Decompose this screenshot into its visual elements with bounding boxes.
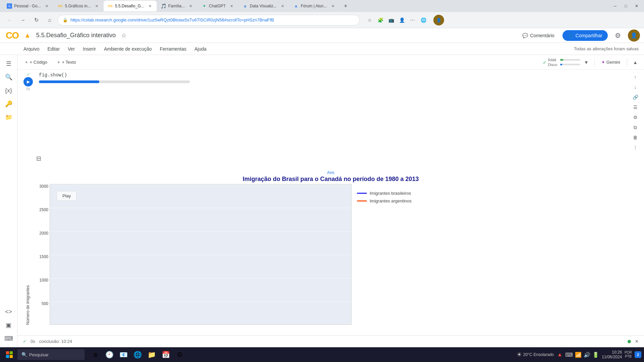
user-avatar-header[interactable]: 👤 xyxy=(433,15,444,25)
y-tick-2000: 2000 xyxy=(39,231,48,236)
tab-desafio[interactable]: CO 5.5.Desafio_G... ✕ xyxy=(104,1,157,11)
window-maximize-button[interactable]: □ xyxy=(621,1,631,11)
menu-arquivo[interactable]: Arquivo xyxy=(20,44,43,54)
app-header: CO ▲ 5.5.Desafio_Gráfico interativo ☆ 💬 … xyxy=(0,28,644,43)
tab-close-forum[interactable]: ✕ xyxy=(330,3,335,9)
tab-datavis[interactable]: a Data Visualiz... ✕ xyxy=(238,1,289,11)
edge-icon[interactable]: 🌐 xyxy=(419,15,428,25)
window-minimize-button[interactable]: ─ xyxy=(610,1,620,11)
close-status-icon[interactable]: ✕ xyxy=(635,339,639,344)
move-down-button[interactable]: ↓ xyxy=(631,82,640,92)
comment-button[interactable]: 💬 Comentário xyxy=(518,31,558,40)
tab-label-desafio: 5.5.Desafio_G... xyxy=(115,4,144,8)
taskbar-app-mail[interactable]: 📧 xyxy=(117,348,130,361)
tab-close-datavis[interactable]: ✕ xyxy=(280,3,285,9)
tab-close-familia[interactable]: ✕ xyxy=(188,3,194,9)
menu-ambiente[interactable]: Ambiente de execução xyxy=(101,44,155,54)
star-icon[interactable]: ☆ xyxy=(121,32,126,39)
taskbar-search[interactable]: 🔍 Pesquisar xyxy=(17,349,85,360)
back-button[interactable]: ← xyxy=(4,15,15,25)
profile-sync-icon[interactable]: 👤 xyxy=(397,15,407,25)
sidebar-search-icon[interactable]: 🔍 xyxy=(3,71,15,83)
user-avatar[interactable]: 👤 xyxy=(628,29,640,42)
add-code-label: + Código xyxy=(30,60,47,65)
y-tick-3000: 3000 xyxy=(39,184,48,189)
taskbar-app-explorer[interactable]: 📁 xyxy=(145,348,158,361)
tab-close-desafio[interactable]: ✕ xyxy=(147,3,153,9)
taskbar-app-clock[interactable]: 🕙 xyxy=(103,348,116,361)
menu-ferramentas[interactable]: Ferramentas xyxy=(156,44,190,54)
sidebar-key-icon[interactable]: 🔑 xyxy=(3,98,15,110)
network-icon[interactable]: 📶 xyxy=(575,352,582,358)
sidebar-variable-icon[interactable]: {x} xyxy=(3,84,15,97)
taskbar-app-settings[interactable]: ⚙ xyxy=(173,348,186,361)
sidebar-folder-icon[interactable]: 📁 xyxy=(3,111,15,123)
status-check-icon: ✓ xyxy=(23,339,26,344)
start-button[interactable] xyxy=(3,348,16,361)
more-options-button[interactable]: ⋮ xyxy=(631,143,640,152)
share-button[interactable]: 👤 Compartilhar xyxy=(562,30,608,41)
cast-icon[interactable]: 📺 xyxy=(386,15,396,25)
resource-bars: RAM Disco xyxy=(548,58,580,67)
tray-arrow-icon[interactable]: 🔺 xyxy=(556,352,563,358)
bookmark-icon[interactable]: ☆ xyxy=(365,15,374,25)
home-button[interactable]: ⌂ xyxy=(44,15,55,25)
run-button[interactable]: ▶ xyxy=(23,77,33,86)
tab-pessoal[interactable]: G Pessoal - Go... ✕ xyxy=(3,1,53,11)
add-text-button[interactable]: + + Texto xyxy=(54,57,80,67)
play-button[interactable]: Play xyxy=(57,191,76,201)
collapse-button[interactable]: ▲ xyxy=(631,58,640,67)
tab-close-pessoal[interactable]: ✕ xyxy=(44,3,49,9)
notification-badge[interactable]: 2 xyxy=(635,351,641,358)
sidebar-terminal-icon[interactable]: ▣ xyxy=(3,319,15,331)
settings-cell-button[interactable]: ⚙ xyxy=(631,113,640,122)
menu-editar[interactable]: Editar xyxy=(44,44,63,54)
tab-close-graficos[interactable]: ✕ xyxy=(94,3,100,9)
tab-label-datavis: Data Visualiz... xyxy=(250,4,277,8)
filter-icon[interactable]: ⊟ xyxy=(36,155,41,162)
y-tick-1500: 1500 xyxy=(39,254,48,259)
add-code-button[interactable]: + + Código xyxy=(21,57,51,67)
gridline-2000 xyxy=(50,231,351,232)
text-button[interactable]: ☰ xyxy=(631,103,640,112)
keyboard-icon[interactable]: ⌨ xyxy=(565,352,573,358)
tab-close-chatgpt[interactable]: ✕ xyxy=(229,3,234,9)
settings-button[interactable]: ⚙ xyxy=(612,29,624,42)
toolbar-separator-2 xyxy=(627,58,627,66)
chart-title-area: Ano Imigração do Brasil para o Canadá no… xyxy=(25,170,636,183)
link-button[interactable]: 🔗 xyxy=(631,93,640,102)
gridline-500 xyxy=(50,302,351,302)
tab-forum[interactable]: a Fórum | Alun... ✕ xyxy=(289,1,340,11)
tab-chatgpt[interactable]: ✦ ChatGPT ✕ xyxy=(198,1,238,11)
sidebar-code-icon[interactable]: <> xyxy=(3,306,15,318)
forward-button[interactable]: → xyxy=(17,15,28,25)
new-tab-button[interactable]: + xyxy=(341,1,350,11)
tab-familia[interactable]: 🎵 Família... ✕ xyxy=(157,1,197,11)
extension-icon[interactable]: 🧩 xyxy=(376,15,385,25)
y-tick-container: 3000 2500 2000 1500 1000 500 xyxy=(33,184,50,325)
volume-icon[interactable]: 🔊 xyxy=(584,352,590,358)
menu-inserir[interactable]: Inserir xyxy=(79,44,99,54)
taskbar-app-edge[interactable]: 🌐 xyxy=(131,348,144,361)
sidebar-menu-icon[interactable]: ☰ xyxy=(3,58,15,70)
menu-ajuda[interactable]: Ajuda xyxy=(191,44,210,54)
move-up-button[interactable]: ↑ xyxy=(631,72,640,82)
address-bar-row: ← → ↻ ⌂ 🔒 https://colab.research.google.… xyxy=(0,12,644,28)
taskbar-app-widgets[interactable]: ⊞ xyxy=(89,348,102,361)
reload-button[interactable]: ↻ xyxy=(31,15,42,25)
gemini-button[interactable]: ✦ Gemini xyxy=(598,58,624,67)
settings-dots-icon[interactable]: ⋯ xyxy=(408,15,417,25)
taskbar-app-outlook[interactable]: 📅 xyxy=(159,348,172,361)
battery-icon[interactable]: 🔋 xyxy=(592,352,599,358)
window-close-button[interactable]: ✕ xyxy=(632,1,641,11)
delete-button[interactable]: 🗑 xyxy=(631,133,640,142)
address-input[interactable]: 🔒 https://colab.research.google.com/driv… xyxy=(58,15,360,25)
tab-graficos[interactable]: CO 5.Gráficos in... ✕ xyxy=(53,1,103,11)
taskbar-apps: ⊞ 🕙 📧 🌐 📁 📅 ⚙ xyxy=(89,348,186,361)
colab-co-text: CO xyxy=(6,30,18,41)
resource-expand-button[interactable]: ▼ xyxy=(582,58,591,67)
copy-button[interactable]: ⧉ xyxy=(631,123,640,132)
sidebar-cmd-icon[interactable]: ⌨ xyxy=(3,333,15,345)
menu-ver[interactable]: Ver xyxy=(64,44,78,54)
filter-row: ⊟ xyxy=(17,154,644,164)
